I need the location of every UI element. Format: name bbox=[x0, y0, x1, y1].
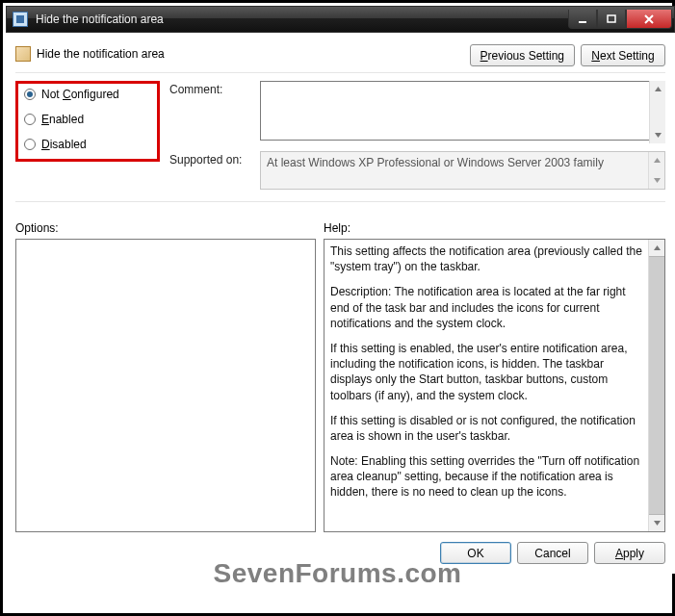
svg-rect-0 bbox=[579, 21, 586, 23]
options-label: Options: bbox=[15, 221, 324, 235]
apply-button[interactable]: Apply bbox=[594, 542, 665, 564]
help-pane: This setting affects the notification ar… bbox=[324, 239, 665, 532]
comment-textbox[interactable] bbox=[260, 81, 665, 141]
scroll-down-icon[interactable] bbox=[649, 172, 664, 189]
previous-setting-button[interactable]: Previous Setting bbox=[470, 44, 575, 66]
separator bbox=[15, 201, 665, 202]
radio-disabled[interactable]: Disabled bbox=[24, 138, 151, 151]
scrollbar[interactable] bbox=[648, 152, 664, 189]
supported-label: Supported on: bbox=[169, 151, 252, 167]
svg-rect-1 bbox=[608, 15, 615, 22]
scroll-up-icon[interactable] bbox=[649, 152, 664, 168]
titlebar[interactable]: Hide the notification area bbox=[6, 6, 675, 33]
scrollbar[interactable] bbox=[649, 81, 665, 143]
window-title: Hide the notification area bbox=[34, 13, 568, 26]
ok-button[interactable]: OK bbox=[440, 542, 511, 564]
radio-enabled[interactable]: Enabled bbox=[24, 113, 151, 126]
maximize-button[interactable] bbox=[597, 10, 626, 29]
comment-label: Comment: bbox=[169, 81, 252, 96]
next-setting-button[interactable]: Next Setting bbox=[581, 44, 665, 66]
options-pane bbox=[15, 239, 316, 532]
page-title: Hide the notification area bbox=[37, 47, 165, 61]
supported-on-text: At least Windows XP Professional or Wind… bbox=[260, 151, 665, 190]
separator bbox=[15, 72, 665, 73]
policy-icon bbox=[15, 46, 31, 62]
scroll-thumb[interactable] bbox=[649, 256, 664, 515]
minimize-button[interactable] bbox=[568, 10, 597, 29]
help-label: Help: bbox=[324, 221, 350, 235]
cancel-button[interactable]: Cancel bbox=[517, 542, 588, 564]
radio-icon bbox=[24, 139, 36, 150]
scroll-up-icon[interactable] bbox=[649, 240, 664, 256]
scroll-up-icon[interactable] bbox=[650, 81, 665, 97]
close-button[interactable] bbox=[626, 10, 672, 29]
radio-icon bbox=[24, 89, 36, 100]
window-controls bbox=[568, 10, 672, 29]
scroll-down-icon[interactable] bbox=[649, 515, 664, 531]
policy-window-icon bbox=[13, 12, 28, 27]
scrollbar[interactable] bbox=[648, 240, 664, 531]
radio-not-configured[interactable]: Not Configured bbox=[24, 88, 151, 101]
state-radio-group: Not Configured Enabled Disabled bbox=[15, 81, 160, 162]
scroll-down-icon[interactable] bbox=[650, 127, 665, 143]
radio-icon bbox=[24, 114, 36, 125]
